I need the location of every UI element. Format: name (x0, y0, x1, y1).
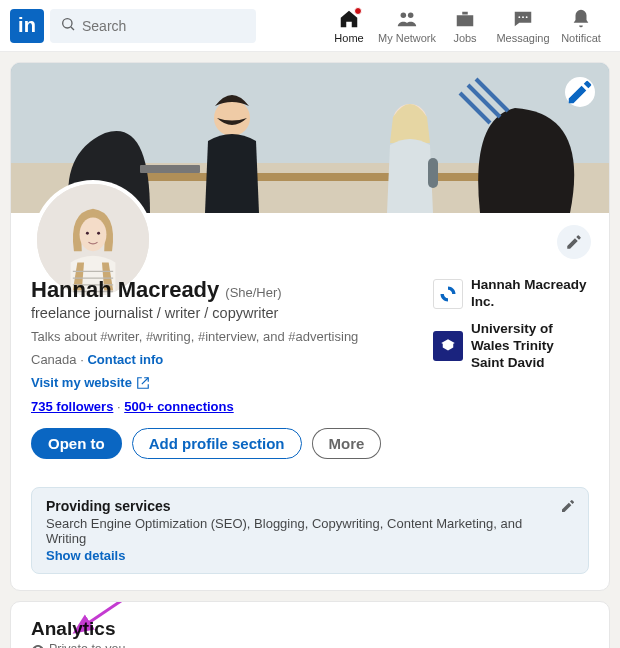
profile-name: Hannah Macready (31, 277, 219, 303)
nav-label: Jobs (453, 32, 476, 44)
edit-profile-button[interactable] (557, 225, 591, 259)
org-name: University of Wales Trinity Saint David (471, 321, 589, 372)
edit-cover-button[interactable] (565, 77, 595, 107)
location-line: Canada · Contact info (31, 352, 419, 367)
nav-label: My Network (378, 32, 436, 44)
org-name: Hannah Macready Inc. (471, 277, 589, 311)
nav-notifications[interactable]: Notificat (552, 7, 610, 44)
nav-home[interactable]: Home (320, 7, 378, 44)
analytics-card: Analytics Private to you 241 profile vie… (10, 601, 610, 648)
university-logo-icon (433, 331, 463, 361)
nav-network[interactable]: My Network (378, 7, 436, 44)
nav-label: Notificat (561, 32, 601, 44)
svg-point-10 (214, 100, 250, 136)
followers-link[interactable]: 735 followers (31, 399, 113, 414)
private-label: Private to you (31, 642, 589, 648)
eye-icon (31, 642, 45, 648)
nav-items: Home My Network Jobs Messaging Notificat (320, 7, 610, 44)
edit-services-button[interactable] (560, 498, 576, 518)
analytics-title: Analytics (31, 618, 589, 640)
profile-card: Hannah Macready (She/Her) freelance jour… (10, 62, 610, 591)
search-box[interactable] (50, 9, 256, 43)
more-button[interactable]: More (312, 428, 382, 459)
search-input[interactable] (82, 18, 246, 34)
svg-point-5 (522, 16, 524, 18)
profile-info: Hannah Macready (She/Her) freelance jour… (11, 213, 609, 473)
talks-about: Talks about #writer, #writing, #intervie… (31, 329, 419, 344)
bell-icon (569, 7, 593, 31)
svg-rect-13 (140, 165, 200, 173)
nav-label: Home (334, 32, 363, 44)
message-icon (511, 7, 535, 31)
profile-pronouns: (She/Her) (225, 285, 281, 300)
svg-rect-12 (428, 158, 438, 188)
company-logo-icon (433, 279, 463, 309)
notification-badge-icon (354, 7, 362, 15)
connections-link[interactable]: 500+ connections (124, 399, 233, 414)
location: Canada (31, 352, 77, 367)
svg-point-2 (401, 13, 407, 18)
services-title: Providing services (46, 498, 548, 514)
services-show-details[interactable]: Show details (46, 548, 548, 563)
briefcase-icon (453, 7, 477, 31)
search-icon (60, 16, 76, 36)
nav-label: Messaging (496, 32, 549, 44)
linkedin-logo[interactable]: in (10, 9, 44, 43)
open-to-button[interactable]: Open to (31, 428, 122, 459)
svg-line-1 (71, 27, 74, 30)
svg-point-0 (63, 18, 72, 27)
website-link[interactable]: Visit my website (31, 375, 150, 390)
svg-point-3 (408, 13, 414, 18)
org-university[interactable]: University of Wales Trinity Saint David (433, 321, 589, 372)
connections-line: 735 followers · 500+ connections (31, 399, 419, 414)
nav-messaging[interactable]: Messaging (494, 7, 552, 44)
nav-jobs[interactable]: Jobs (436, 7, 494, 44)
contact-info-link[interactable]: Contact info (87, 352, 163, 367)
svg-point-4 (518, 16, 520, 18)
website-label: Visit my website (31, 375, 132, 390)
svg-point-6 (526, 16, 528, 18)
profile-headline: freelance journalist / writer / copywrit… (31, 305, 419, 321)
network-icon (395, 7, 419, 31)
services-desc: Search Engine Optimization (SEO), Bloggi… (46, 516, 548, 546)
org-company[interactable]: Hannah Macready Inc. (433, 277, 589, 311)
top-nav: in Home My Network Jobs (0, 0, 620, 52)
add-profile-section-button[interactable]: Add profile section (132, 428, 302, 459)
services-box: Providing services Search Engine Optimiz… (31, 487, 589, 574)
